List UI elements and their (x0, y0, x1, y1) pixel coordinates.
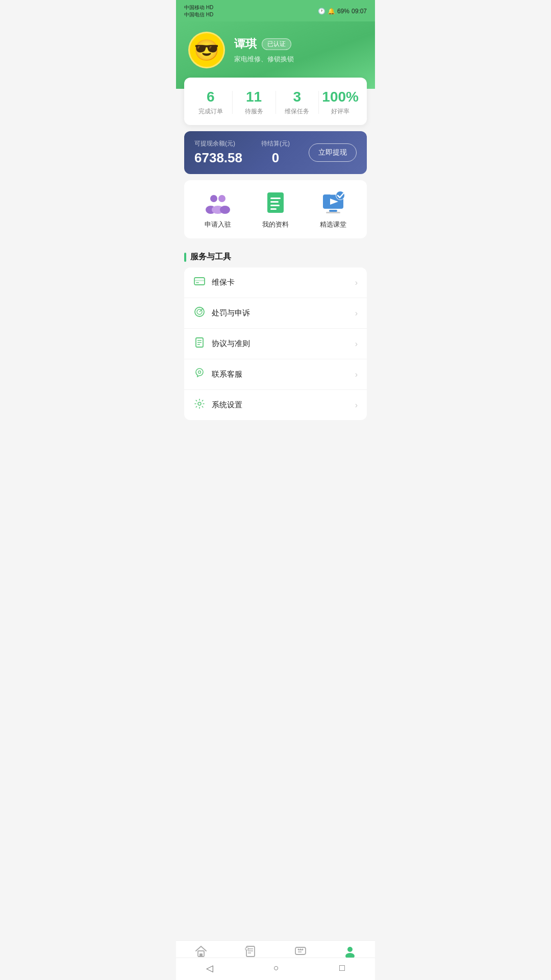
svg-point-40 (299, 949, 301, 950)
stats-card: 6 完成订单 11 待服务 3 维保任务 100% 好评率 (184, 78, 367, 125)
profile-name: 谭琪 (234, 36, 257, 52)
profile-info: 谭琪 已认证 家电维修、修锁换锁 (234, 36, 294, 64)
penalty-appeal-text: 处罚与申诉 (212, 308, 349, 318)
doc-icon (262, 189, 289, 216)
stat-value-2: 3 (276, 89, 319, 105)
warranty-card-arrow: › (355, 278, 358, 287)
svg-rect-13 (326, 212, 340, 213)
agreement-rules-item[interactable]: 协议与准则 › (184, 329, 367, 359)
action-label-0: 申请入驻 (189, 220, 247, 229)
available-balance-amount: 6738.58 (194, 150, 242, 166)
svg-rect-36 (295, 947, 306, 954)
svg-rect-35 (245, 948, 248, 950)
profile-description: 家电维修、修锁换锁 (234, 55, 294, 64)
pending-balance-label: 待结算(元) (261, 139, 290, 148)
svg-point-41 (302, 949, 303, 950)
home-button[interactable]: ○ (273, 963, 279, 973)
avatar: 😎 (188, 32, 225, 68)
contact-service-item[interactable]: 联系客服 › (184, 359, 367, 390)
penalty-appeal-icon (193, 306, 206, 320)
contact-service-arrow: › (355, 370, 358, 379)
action-label-1: 我的资料 (247, 220, 305, 229)
svg-rect-18 (194, 280, 205, 281)
back-button[interactable]: ◁ (206, 963, 213, 974)
service-section-title: 服务与工具 (190, 252, 231, 262)
stat-label-1: 待服务 (233, 107, 276, 116)
withdraw-button[interactable]: 立即提现 (309, 143, 357, 162)
time: 09:07 (352, 8, 367, 15)
stat-value-1: 11 (233, 89, 276, 105)
svg-point-27 (198, 371, 201, 374)
svg-line-22 (199, 308, 203, 312)
system-settings-text: 系统设置 (212, 400, 349, 410)
stat-label-3: 好评率 (319, 107, 362, 116)
svg-rect-12 (329, 210, 337, 212)
agreement-rules-arrow: › (355, 339, 358, 349)
svg-point-4 (220, 206, 230, 214)
pending-balance-amount: 0 (261, 150, 290, 166)
contact-service-text: 联系客服 (212, 370, 349, 379)
action-label-2: 精选课堂 (304, 220, 362, 229)
clock-icon: 🕐 (318, 8, 325, 15)
recent-button[interactable]: □ (339, 963, 345, 973)
warranty-card-icon (193, 276, 206, 289)
stat-positive-rate: 100% 好评率 (319, 89, 362, 116)
battery-info: 69% (337, 8, 349, 15)
people-icon (205, 189, 231, 216)
stat-label-2: 维保任务 (276, 107, 319, 116)
stat-pending-service: 11 待服务 (233, 89, 276, 116)
svg-point-39 (297, 949, 299, 950)
carrier-info: 中国移动 HD 中国电信 HD (184, 4, 213, 18)
svg-rect-30 (199, 953, 203, 957)
svg-rect-19 (196, 282, 199, 283)
svg-rect-9 (270, 208, 277, 210)
warranty-card-item[interactable]: 维保卡 › (184, 267, 367, 298)
stat-label-0: 完成订单 (189, 107, 232, 116)
svg-rect-8 (270, 205, 280, 206)
svg-point-28 (198, 402, 201, 405)
stat-value-0: 6 (189, 89, 232, 105)
svg-point-0 (210, 195, 217, 202)
status-right: 🕐 🔔 69% 09:07 (318, 8, 367, 15)
svg-point-42 (347, 947, 353, 952)
balance-card: 可提现余额(元) 6738.58 待结算(元) 0 立即提现 (184, 131, 367, 174)
stat-maintenance-tasks: 3 维保任务 (276, 89, 319, 116)
stat-value-3: 100% (319, 89, 362, 105)
contact-service-icon (193, 368, 206, 381)
available-balance-section: 可提现余额(元) 6738.58 (194, 139, 242, 166)
stat-completed-orders: 6 完成订单 (189, 89, 232, 116)
action-apply-entry[interactable]: 申请入驻 (189, 189, 247, 229)
section-bar-decoration (184, 253, 186, 262)
action-my-profile[interactable]: 我的资料 (247, 189, 305, 229)
svg-point-1 (218, 195, 226, 202)
verified-badge: 已认证 (262, 38, 291, 50)
agreement-rules-text: 协议与准则 (212, 339, 349, 349)
service-section-header: 服务与工具 (176, 244, 375, 267)
penalty-appeal-arrow: › (355, 309, 358, 318)
classroom-icon (320, 189, 346, 216)
bell-icon: 🔔 (328, 8, 335, 15)
agreement-rules-icon (193, 337, 206, 351)
warranty-card-text: 维保卡 (212, 278, 349, 287)
system-settings-item[interactable]: 系统设置 › (184, 390, 367, 420)
system-nav-bar: ◁ ○ □ (176, 958, 375, 980)
svg-rect-6 (270, 198, 281, 199)
system-settings-arrow: › (355, 401, 358, 410)
svg-rect-7 (270, 201, 279, 203)
service-menu-list: 维保卡 › 处罚与申诉 › 协 (184, 267, 367, 420)
quick-actions: 申请入驻 我的资料 (184, 180, 367, 238)
pending-balance-section: 待结算(元) 0 (261, 139, 290, 166)
status-bar: 中国移动 HD 中国电信 HD 🕐 🔔 69% 09:07 (176, 0, 375, 21)
available-balance-label: 可提现余额(元) (194, 139, 242, 148)
penalty-appeal-item[interactable]: 处罚与申诉 › (184, 298, 367, 329)
svg-rect-14 (330, 193, 336, 195)
system-settings-icon (193, 398, 206, 412)
action-selected-classroom[interactable]: 精选课堂 (304, 189, 362, 229)
